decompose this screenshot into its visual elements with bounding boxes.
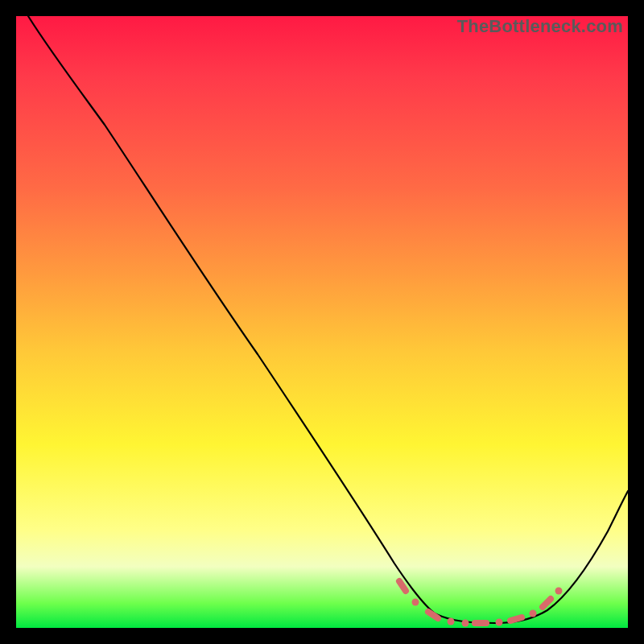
bottleneck-curve — [28, 16, 628, 623]
svg-point-10 — [555, 588, 563, 595]
svg-line-0 — [399, 581, 406, 591]
chart-frame: TheBottleneck.com — [16, 16, 628, 628]
svg-point-3 — [448, 618, 455, 625]
svg-line-7 — [510, 617, 522, 621]
svg-line-2 — [428, 612, 438, 618]
svg-point-1 — [412, 599, 419, 606]
svg-point-8 — [530, 610, 537, 617]
bottleneck-curve-svg — [16, 16, 628, 628]
svg-point-6 — [496, 619, 503, 626]
svg-line-9 — [543, 599, 551, 607]
svg-point-4 — [462, 620, 469, 627]
